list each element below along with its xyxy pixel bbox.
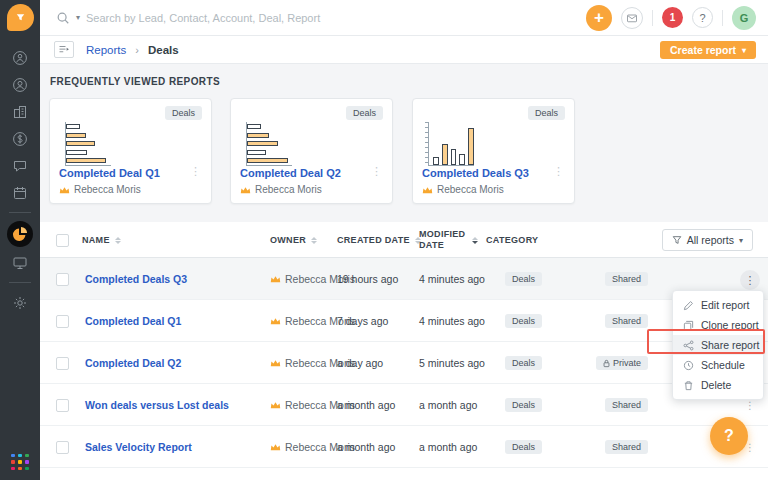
card-title-link[interactable]: Completed Deal Q2 [240, 167, 341, 179]
visibility-badge: Shared [605, 314, 648, 328]
sort-desc-icon[interactable] [472, 237, 478, 244]
menu-item-share-report[interactable]: Share report [673, 335, 763, 355]
sidebar-item-leads[interactable] [0, 44, 40, 71]
card-owner-name: Rebecca Moris [255, 184, 322, 195]
calendar-icon [12, 185, 28, 201]
sidebar-item-appointments[interactable] [0, 179, 40, 206]
card-category-badge: Deals [165, 106, 202, 120]
kebab-menu-icon[interactable]: ⋮ [371, 165, 382, 178]
sort-icon[interactable] [115, 237, 121, 244]
clock-icon [683, 360, 694, 371]
column-header-modified-date[interactable]: MODIFIED DATE [419, 222, 478, 258]
created-date: a month ago [337, 384, 395, 426]
pencil-icon [683, 300, 694, 311]
column-label: MODIFIED DATE [419, 229, 467, 252]
kebab-menu-icon[interactable]: ⋮ [190, 165, 201, 178]
report-name-link[interactable]: Completed Deals Q3 [85, 258, 187, 300]
card-title-link[interactable]: Completed Deals Q3 [422, 167, 529, 179]
table-row[interactable]: Sales Velocity Report Rebecca Moris a mo… [40, 426, 768, 468]
menu-item-label: Delete [701, 379, 731, 391]
create-report-label: Create report [670, 44, 736, 56]
report-name-link[interactable]: Sales Velocity Report [85, 426, 192, 468]
category-badge: Deals [505, 440, 542, 454]
report-card[interactable]: Deals Completed Deal Q1 ⋮ Rebecca Moris [49, 98, 212, 204]
report-card[interactable]: Deals Completed Deal Q2 ⋮ Rebecca Moris [230, 98, 393, 204]
sidebar-divider [9, 212, 31, 213]
category-badge: Deals [505, 272, 542, 286]
column-header-name[interactable]: NAME [82, 222, 121, 258]
breadcrumb-current: Deals [148, 44, 179, 56]
envelope-icon [626, 12, 638, 24]
row-checkbox[interactable] [56, 357, 69, 370]
contacts-person-icon [12, 77, 28, 93]
modified-date: a month ago [419, 426, 477, 468]
topbar-divider [722, 10, 723, 26]
report-name-link[interactable]: Completed Deal Q2 [85, 342, 181, 384]
sidebar-item-settings[interactable] [0, 289, 40, 316]
modified-date: a month ago [419, 384, 477, 426]
list-panel-icon [58, 44, 70, 55]
sidebar-item-contacts[interactable] [0, 71, 40, 98]
pie-chart-icon [12, 226, 28, 242]
card-title-link[interactable]: Completed Deal Q1 [59, 167, 160, 179]
table-row[interactable]: Completed Deal Q1 Rebecca Moris 7 days a… [40, 300, 768, 342]
search-input[interactable] [86, 12, 406, 24]
card-category-badge: Deals [528, 106, 565, 120]
breadcrumb-reports-link[interactable]: Reports [86, 44, 126, 56]
kebab-menu-icon[interactable]: ⋮ [553, 165, 564, 178]
column-header-owner[interactable]: OWNER [270, 222, 317, 258]
report-card[interactable]: Deals Completed Deals Q3 ⋮ Rebecca Moris [412, 98, 575, 204]
visibility-badge: Shared [605, 272, 648, 286]
sort-icon[interactable] [311, 237, 317, 244]
row-kebab-menu-open-button[interactable]: ⋮ [740, 270, 760, 290]
crown-icon [422, 186, 433, 194]
email-button[interactable] [621, 7, 643, 29]
visibility-badge: Private [596, 356, 648, 370]
table-row[interactable]: Completed Deals Q3 Rebecca Moris 19 hour… [40, 258, 768, 300]
search-icon[interactable] [56, 11, 70, 25]
crown-icon [270, 443, 281, 451]
all-reports-filter-button[interactable]: All reports ▾ [662, 229, 753, 251]
menu-item-schedule[interactable]: Schedule [673, 355, 763, 375]
table-header: NAME OWNER CREATED DATE MODIFIED DATE CA… [40, 222, 768, 258]
reports-table: NAME OWNER CREATED DATE MODIFIED DATE CA… [40, 222, 768, 480]
report-name-link[interactable]: Won deals versus Lost deals [85, 384, 229, 426]
table-row[interactable]: Won deals versus Lost deals Rebecca Mori… [40, 384, 768, 426]
table-row[interactable]: Completed Deal Q2 Rebecca Moris a day ag… [40, 342, 768, 384]
menu-item-edit-report[interactable]: Edit report [673, 295, 763, 315]
notification-badge[interactable]: 1 [662, 7, 683, 28]
quick-add-button[interactable]: + [586, 5, 612, 31]
user-avatar[interactable]: G [732, 6, 756, 30]
menu-item-delete[interactable]: Delete [673, 375, 763, 395]
sidebar-item-deals[interactable] [0, 125, 40, 152]
sidebar-item-reports[interactable] [0, 219, 40, 249]
caret-down-icon: ▾ [739, 236, 743, 245]
gear-icon [12, 295, 28, 311]
sidebar-item-accounts[interactable] [0, 98, 40, 125]
create-report-button[interactable]: Create report ▾ [660, 41, 756, 59]
sidebar [0, 0, 40, 480]
apps-grid-icon[interactable] [11, 454, 29, 471]
menu-item-clone-report[interactable]: Clone report [673, 315, 763, 335]
column-header-category[interactable]: CATEGORY [486, 222, 538, 258]
row-checkbox[interactable] [56, 441, 69, 454]
sidebar-item-conversations[interactable] [0, 152, 40, 179]
column-header-created-date[interactable]: CREATED DATE [337, 222, 421, 258]
crown-icon [270, 317, 281, 325]
created-date: 19 hours ago [337, 258, 398, 300]
row-checkbox[interactable] [56, 315, 69, 328]
search-scope-caret-icon[interactable]: ▾ [76, 13, 80, 22]
row-checkbox[interactable] [56, 273, 69, 286]
trash-icon [683, 380, 694, 391]
crown-icon [240, 186, 251, 194]
help-fab-button[interactable]: ? [710, 417, 748, 455]
row-checkbox[interactable] [56, 399, 69, 412]
sidebar-item-dashboard[interactable] [0, 249, 40, 276]
report-list-toggle-button[interactable] [54, 41, 74, 58]
modified-date: 4 minutes ago [419, 300, 485, 342]
help-menu-button[interactable]: ? [692, 7, 713, 28]
chat-bubble-icon [12, 158, 28, 174]
select-all-checkbox[interactable] [56, 234, 69, 247]
app-logo-icon[interactable] [7, 4, 34, 31]
report-name-link[interactable]: Completed Deal Q1 [85, 300, 181, 342]
